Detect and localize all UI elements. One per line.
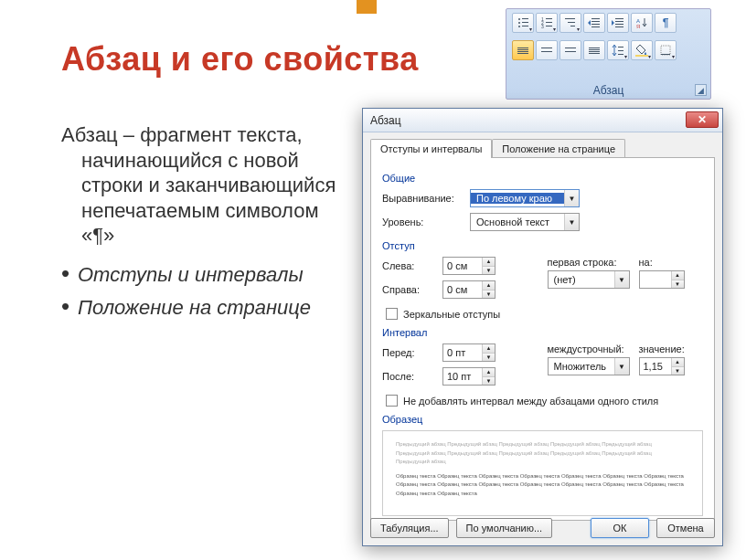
svg-rect-9 (546, 22, 552, 23)
paragraph-dialog: Абзац ✕ Отступы и интервалы Положение на… (362, 108, 723, 546)
slide-title: Абзац и его свойства (61, 40, 419, 79)
align-justify-button[interactable] (583, 40, 605, 60)
definition-lead: Абзац – фрагмент текста, (61, 123, 303, 146)
bullets-button[interactable]: ▾ (512, 13, 534, 33)
checkbox-icon (386, 308, 398, 320)
at-label: значение: (639, 343, 685, 354)
close-icon: ✕ (698, 113, 707, 126)
svg-rect-30 (661, 54, 670, 55)
svg-rect-14 (570, 26, 575, 26)
checkbox-icon (386, 395, 398, 407)
at-spinner[interactable]: 1,15▲▼ (639, 357, 685, 375)
dialog-title-text: Абзац (370, 114, 401, 127)
level-label: Уровень: (382, 217, 464, 227)
preview-sample-text: Образец текста Образец текста Образец те… (396, 472, 689, 499)
svg-rect-19 (615, 18, 623, 19)
first-line-combo[interactable]: (нет)▼ (548, 270, 630, 289)
tab-indents[interactable]: Отступы и интервалы (370, 139, 492, 158)
line-spacing-value: Множитель (549, 361, 614, 372)
indent-right-label: Справа: (382, 284, 437, 295)
svg-rect-18 (591, 26, 600, 27)
first-line-label: первая строка: (548, 257, 630, 268)
dialog-titlebar: Абзац (363, 109, 722, 132)
close-button[interactable]: ✕ (686, 111, 719, 128)
svg-rect-21 (615, 24, 623, 25)
svg-rect-12 (565, 18, 575, 19)
shading-button[interactable]: ▾ (631, 40, 653, 60)
indent-left-value: 0 см (443, 258, 482, 274)
show-marks-button[interactable]: ¶ (655, 13, 677, 33)
svg-rect-29 (661, 46, 670, 55)
group-general: Общие (382, 173, 703, 184)
svg-text:Я: Я (636, 24, 640, 29)
svg-rect-26 (618, 50, 623, 51)
at-value: 1,15 (640, 358, 671, 375)
line-spacing-button[interactable]: ▾ (607, 40, 629, 60)
preview-box: Предыдущий абзац Предыдущий абзац Предыд… (382, 430, 703, 516)
numbering-button[interactable]: 123▾ (536, 13, 558, 33)
level-value: Основной текст (471, 217, 564, 227)
svg-rect-15 (591, 18, 600, 19)
svg-rect-25 (618, 47, 623, 48)
decrease-indent-button[interactable] (583, 13, 605, 33)
before-spinner[interactable]: 0 пт▲▼ (442, 343, 496, 362)
increase-indent-button[interactable] (607, 13, 629, 33)
line-spacing-label: междустрочный: (548, 343, 630, 354)
multilevel-list-button[interactable]: ▾ (560, 13, 581, 33)
cancel-button[interactable]: Отмена (656, 518, 715, 538)
indent-right-value: 0 см (443, 281, 482, 298)
indent-left-spinner[interactable]: 0 см▲▼ (442, 257, 496, 275)
group-indent: Отступ (382, 240, 703, 251)
chevron-down-icon: ▼ (614, 358, 629, 375)
mirror-indents-checkbox[interactable]: Зеркальные отступы (386, 308, 703, 320)
first-by-value (640, 271, 671, 288)
align-center-button[interactable] (536, 40, 558, 60)
definition-rest: начинающийся с новой строки и заканчиваю… (61, 148, 340, 248)
svg-rect-3 (522, 22, 528, 23)
no-same-style-checkbox[interactable]: Не добавлять интервал между абзацами одн… (386, 395, 703, 407)
mirror-indents-label: Зеркальные отступы (403, 309, 500, 320)
alignment-label: Выравнивание: (382, 193, 464, 204)
align-left-button[interactable] (512, 40, 534, 60)
ribbon-paragraph-group: ▾ 123▾ ▾ AЯ ¶ ▾ ▾ ▾ Абзац ◢ (506, 8, 711, 100)
no-same-style-label: Не добавлять интервал между абзацами одн… (403, 396, 658, 407)
chevron-down-icon: ▼ (614, 271, 629, 288)
bullet-indents: Отступы и интервалы (61, 263, 340, 287)
svg-rect-5 (522, 26, 528, 26)
svg-rect-28 (635, 55, 648, 57)
chevron-down-icon: ▼ (564, 214, 579, 230)
group-preview: Образец (382, 414, 703, 425)
tab-position[interactable]: Положение на странице (492, 139, 625, 158)
after-label: После: (382, 371, 437, 382)
svg-rect-20 (615, 21, 623, 22)
sort-button[interactable]: AЯ (631, 13, 653, 33)
first-by-spinner[interactable]: ▲▼ (639, 270, 685, 289)
level-combo[interactable]: Основной текст ▼ (470, 213, 580, 231)
ok-button[interactable]: ОК (591, 518, 649, 538)
after-spinner[interactable]: 10 пт▲▼ (442, 367, 496, 386)
dialog-launcher-icon[interactable]: ◢ (695, 84, 707, 96)
svg-rect-16 (591, 21, 600, 22)
indent-right-spinner[interactable]: 0 см▲▼ (442, 280, 496, 299)
after-value: 10 пт (443, 368, 482, 385)
slide-accent (357, 0, 377, 14)
group-spacing: Интервал (382, 327, 703, 338)
definition-para: Абзац – фрагмент текста, начинающийся с … (61, 122, 340, 248)
before-label: Перед: (382, 347, 437, 358)
svg-rect-13 (568, 22, 575, 23)
svg-rect-11 (546, 26, 552, 26)
first-line-value: (нет) (549, 274, 614, 285)
svg-point-4 (518, 26, 520, 27)
svg-rect-7 (546, 18, 552, 19)
slide-body: Абзац – фрагмент текста, начинающийся с … (61, 122, 340, 329)
default-button[interactable]: По умолчанию... (456, 518, 553, 538)
borders-button[interactable]: ▾ (655, 40, 677, 60)
align-right-button[interactable] (560, 40, 581, 60)
line-spacing-combo[interactable]: Множитель▼ (548, 357, 630, 375)
tabulation-button[interactable]: Табуляция... (370, 518, 449, 538)
alignment-combo[interactable]: По левому краю ▼ (470, 189, 580, 207)
svg-text:3: 3 (541, 24, 544, 29)
chevron-down-icon: ▼ (564, 190, 579, 206)
svg-point-0 (518, 18, 520, 20)
first-by-label: на: (639, 257, 685, 268)
